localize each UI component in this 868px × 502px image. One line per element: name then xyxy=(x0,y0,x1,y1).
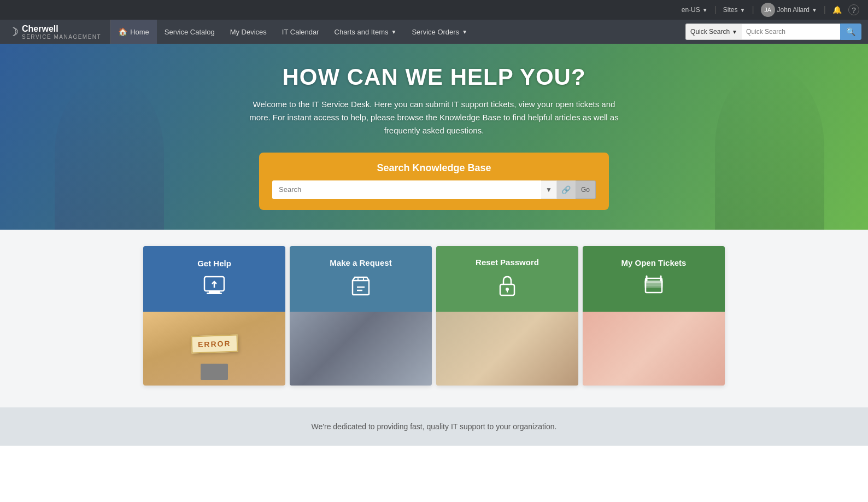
user-menu[interactable]: JA John Allard ▼ xyxy=(761,3,817,17)
nav-item-service-orders[interactable]: Service Orders ▼ xyxy=(404,20,475,44)
search-type-dropdown[interactable]: Quick Search ▼ xyxy=(685,24,742,40)
user-arrow-icon: ▼ xyxy=(812,7,817,13)
nav-item-home[interactable]: 🏠 Home xyxy=(110,20,157,44)
sites-selector[interactable]: Sites ▼ xyxy=(723,6,746,14)
cherwell-swoosh-icon: ☽ xyxy=(9,25,19,38)
home-icon: 🏠 xyxy=(118,27,127,36)
card-my-open-tickets-icon xyxy=(643,275,664,300)
svg-rect-5 xyxy=(507,289,508,293)
knowledge-base-search-box: Search Knowledge Base ▼ 🔗 Go xyxy=(259,153,609,210)
hero-section: HOW CAN WE HELP YOU? Welcome to the IT S… xyxy=(0,44,868,230)
footer: We're dedicated to providing fast, quali… xyxy=(0,407,868,446)
avatar: JA xyxy=(761,3,775,17)
nav-item-my-devices[interactable]: My Devices xyxy=(222,20,274,44)
card-make-request[interactable]: Make a Request xyxy=(290,246,432,386)
card-my-open-tickets-image xyxy=(583,312,725,386)
link-icon: 🔗 xyxy=(561,185,571,194)
svg-rect-10 xyxy=(644,285,663,288)
card-get-help[interactable]: Get Help ERROR xyxy=(143,246,285,386)
card-get-help-label: Get Help xyxy=(197,259,231,268)
card-reset-password-icon xyxy=(498,275,517,301)
help-button[interactable]: ? xyxy=(848,4,859,15)
charts-arrow-icon: ▼ xyxy=(391,29,397,35)
nav-item-it-calendar[interactable]: IT Calendar xyxy=(274,20,327,44)
search-button[interactable]: 🔍 xyxy=(840,24,861,40)
logo-name: Cherwell xyxy=(22,24,101,34)
error-sign: ERROR xyxy=(191,335,238,354)
knowledge-search-dropdown[interactable]: ▼ xyxy=(541,180,557,199)
knowledge-search-link-button[interactable]: 🔗 xyxy=(557,180,576,199)
dropdown-arrow-icon: ▼ xyxy=(546,186,552,194)
error-stand xyxy=(201,364,228,380)
search-icon: 🔍 xyxy=(846,27,855,36)
sites-arrow-icon: ▼ xyxy=(740,7,746,13)
search-box-row: ▼ 🔗 Go xyxy=(272,180,596,199)
svg-rect-2 xyxy=(207,293,222,294)
card-make-request-header: Make a Request xyxy=(290,246,432,312)
card-reset-password-label: Reset Password xyxy=(476,258,539,267)
logo[interactable]: ☽ Cherwell SERVICE MANAGEMENT xyxy=(0,20,110,44)
card-get-help-icon xyxy=(203,276,225,300)
card-my-open-tickets-label: My Open Tickets xyxy=(621,258,687,267)
search-box-title: Search Knowledge Base xyxy=(272,162,596,174)
hero-title: HOW CAN WE HELP YOU? xyxy=(282,64,585,90)
nav-items: 🏠 Home Service Catalog My Devices IT Cal… xyxy=(110,20,679,44)
language-arrow-icon: ▼ xyxy=(702,7,708,13)
bell-icon[interactable]: 🔔 xyxy=(832,5,842,14)
card-reset-password-header: Reset Password xyxy=(436,246,578,312)
card-make-request-label: Make a Request xyxy=(330,258,391,267)
cards-section: Get Help ERROR xyxy=(0,230,868,407)
hero-subtitle: Welcome to the IT Service Desk. Here you… xyxy=(248,98,620,137)
logo-subtitle: SERVICE MANAGEMENT xyxy=(22,34,101,40)
orders-arrow-icon: ▼ xyxy=(462,29,467,35)
search-type-arrow-icon: ▼ xyxy=(732,29,737,35)
knowledge-search-go-button[interactable]: Go xyxy=(576,180,596,199)
footer-text: We're dedicated to providing fast, quali… xyxy=(312,422,557,431)
card-reset-password[interactable]: Reset Password xyxy=(436,246,578,386)
card-my-open-tickets-header: My Open Tickets xyxy=(583,246,725,312)
nav-item-service-catalog[interactable]: Service Catalog xyxy=(157,20,222,44)
language-selector[interactable]: en-US ▼ xyxy=(682,6,708,14)
card-my-open-tickets[interactable]: My Open Tickets xyxy=(583,246,725,386)
svg-rect-1 xyxy=(209,291,220,293)
top-bar: en-US ▼ | Sites ▼ | JA John Allard ▼ | 🔔… xyxy=(0,0,868,20)
nav-bar: ☽ Cherwell SERVICE MANAGEMENT 🏠 Home Ser… xyxy=(0,20,868,44)
nav-search: Quick Search ▼ 🔍 xyxy=(679,20,868,44)
cards-row: Get Help ERROR xyxy=(141,246,727,386)
knowledge-search-input[interactable] xyxy=(272,180,541,199)
nav-item-charts-and-items[interactable]: Charts and Items ▼ xyxy=(327,20,404,44)
hero-content: HOW CAN WE HELP YOU? Welcome to the IT S… xyxy=(0,64,868,210)
search-input[interactable] xyxy=(742,24,840,40)
card-reset-password-image xyxy=(436,312,578,386)
card-make-request-icon xyxy=(350,275,371,300)
card-make-request-image xyxy=(290,312,432,386)
card-get-help-image: ERROR xyxy=(143,312,285,386)
card-get-help-header: Get Help xyxy=(143,246,285,312)
